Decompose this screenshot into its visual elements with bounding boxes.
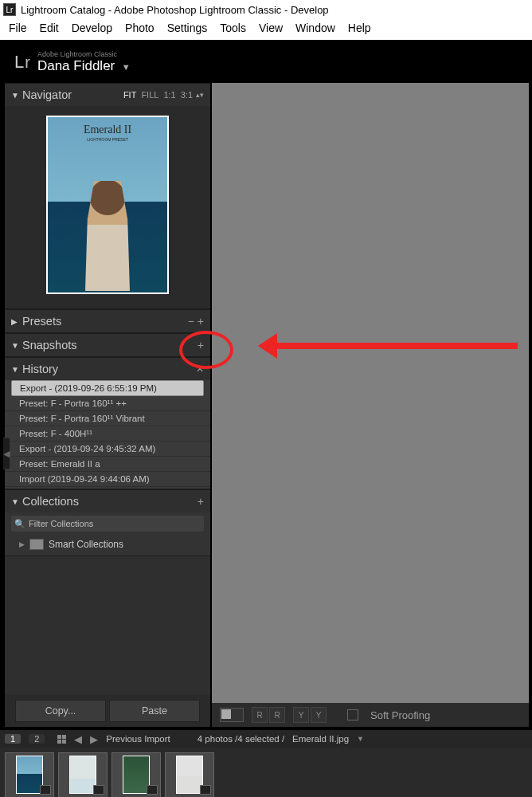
zoom-3-1[interactable]: 3:1 — [181, 90, 193, 100]
menu-photo[interactable]: Photo — [119, 22, 160, 34]
display-1-button[interactable]: 1 — [5, 734, 21, 744]
chevron-down-icon: ▼ — [11, 365, 21, 374]
search-icon: 🔍 — [14, 519, 25, 529]
identity-chevron-down-icon[interactable]: ▼ — [122, 62, 131, 72]
lightroom-logo-text: Lr — [14, 52, 31, 73]
zoom-fit[interactable]: FIT — [123, 90, 137, 100]
preview-subtitle-overlay: LIGHTROOM PRESET — [48, 137, 167, 142]
history-title: History — [22, 363, 58, 375]
zoom-stepper-icon[interactable]: ▴▾ — [196, 91, 204, 99]
presets-remove-button[interactable]: − — [188, 315, 194, 328]
filmstrip-thumb[interactable] — [5, 752, 54, 798]
history-item[interactable]: Preset: F - 400H¹¹ — [5, 426, 210, 442]
preview-title-overlay: Emerald II — [48, 124, 167, 136]
edit-badge-icon — [93, 785, 104, 795]
display-2-button[interactable]: 2 — [29, 734, 45, 744]
presets-title: Presets — [22, 315, 61, 328]
smart-collections-label: Smart Collections — [49, 539, 123, 550]
before-after-bt-button[interactable]: Y — [311, 707, 327, 723]
filmstrip-info-bar: 1 2 ◀ ▶ Previous Import 4 photos /4 sele… — [0, 730, 532, 748]
history-item[interactable]: Export - (2019-09-26 6:55:19 PM) — [11, 380, 204, 396]
chevron-right-icon: ▶ — [19, 540, 25, 548]
edit-badge-icon — [200, 785, 211, 795]
menu-tools[interactable]: Tools — [214, 22, 252, 34]
current-file-label[interactable]: Emerald II.jpg — [292, 734, 349, 744]
history-list: Export - (2019-09-26 6:55:19 PM) Preset:… — [5, 380, 210, 489]
edit-badge-icon — [147, 785, 158, 795]
before-after-tb-button[interactable]: Y — [293, 707, 309, 723]
collections-panel: ▼ Collections + 🔍 Filter Collections ▶ — [5, 489, 210, 556]
soft-proofing-checkbox[interactable] — [347, 709, 358, 720]
chevron-right-icon: ▶ — [11, 317, 21, 326]
menu-bar: File Edit Develop Photo Settings Tools V… — [0, 19, 532, 40]
app-body: Lr Adobe Lightroom Classic Dana Fiddler … — [0, 40, 532, 730]
develop-canvas[interactable]: R R Y Y Soft Proofing — [212, 83, 529, 727]
identity-plate[interactable]: Lr Adobe Lightroom Classic Dana Fiddler … — [3, 43, 529, 83]
history-clear-button[interactable]: ✕ — [196, 363, 204, 375]
collections-header[interactable]: ▼ Collections + — [5, 490, 210, 512]
snapshots-panel: ▼ Snapshots + — [5, 333, 210, 357]
menu-window[interactable]: Window — [290, 22, 341, 34]
chevron-down-icon: ▼ — [11, 91, 21, 100]
loupe-view-toggle[interactable] — [220, 708, 244, 722]
chevron-down-icon: ▼ — [11, 497, 21, 506]
source-label[interactable]: Previous Import — [106, 734, 170, 744]
filmstrip-thumb[interactable] — [58, 752, 108, 798]
menu-view[interactable]: View — [253, 22, 288, 34]
prev-photo-button[interactable]: ◀ — [74, 733, 82, 745]
navigator-preview[interactable]: Emerald II LIGHTROOM PRESET — [5, 106, 210, 308]
menu-settings[interactable]: Settings — [162, 22, 213, 34]
filmstrip — [0, 748, 532, 797]
history-item[interactable]: Import (2019-09-24 9:44:06 AM) — [5, 472, 210, 487]
navigator-title: Navigator — [22, 88, 72, 101]
paste-settings-button[interactable]: Paste — [109, 700, 200, 722]
history-item[interactable]: Preset: F - Portra 160¹¹ Vibrant — [5, 411, 210, 426]
zoom-1-1[interactable]: 1:1 — [163, 90, 175, 100]
collections-title: Collections — [22, 495, 79, 508]
smart-collections-row[interactable]: ▶ Smart Collections — [11, 536, 204, 552]
zoom-fill[interactable]: FILL — [141, 90, 158, 100]
history-item[interactable]: Export - (2019-09-24 9:45:32 AM) — [5, 442, 210, 457]
file-menu-chevron-down-icon[interactable]: ▼ — [357, 735, 364, 743]
filter-collections-placeholder: Filter Collections — [29, 519, 93, 528]
chevron-down-icon: ▼ — [11, 341, 21, 350]
filter-collections-input[interactable]: 🔍 Filter Collections — [11, 516, 204, 532]
menu-file[interactable]: File — [3, 22, 33, 34]
before-after-rl-button[interactable]: R — [269, 707, 285, 723]
photo-count-label: 4 photos /4 selected / — [198, 734, 284, 744]
collections-add-button[interactable]: + — [198, 495, 204, 508]
menu-develop[interactable]: Develop — [66, 22, 118, 34]
snapshots-title: Snapshots — [22, 339, 77, 351]
filmstrip-thumb[interactable] — [111, 752, 161, 798]
filmstrip-thumb[interactable] — [165, 752, 214, 798]
history-item[interactable]: Preset: F - Portra 160¹¹ ++ — [5, 396, 210, 411]
next-photo-button[interactable]: ▶ — [90, 733, 98, 745]
presets-header[interactable]: ▶ Presets − + — [5, 310, 210, 332]
navigator-panel: ▼ Navigator FIT FILL 1:1 3:1 ▴▾ Emerald … — [5, 83, 210, 309]
lightroom-app-icon: Lr — [3, 3, 16, 16]
copy-settings-button[interactable]: Copy... — [15, 700, 106, 722]
navigator-header[interactable]: ▼ Navigator FIT FILL 1:1 3:1 ▴▾ — [5, 84, 210, 106]
snapshots-header[interactable]: ▼ Snapshots + — [5, 334, 210, 356]
grid-view-icon[interactable] — [57, 735, 66, 744]
presets-add-button[interactable]: + — [198, 315, 204, 328]
presets-panel: ▶ Presets − + — [5, 309, 210, 333]
left-panel: ◀ ▼ Navigator FIT FILL 1:1 3:1 ▴▾ — [3, 83, 212, 727]
history-item[interactable]: Preset: Emerald II a — [5, 457, 210, 472]
history-panel: ▼ History ✕ Export - (2019-09-26 6:55:19… — [5, 357, 210, 489]
folder-icon — [29, 539, 44, 550]
left-panel-collapse-handle[interactable]: ◀ — [3, 438, 10, 469]
snapshots-add-button[interactable]: + — [198, 339, 204, 351]
menu-edit[interactable]: Edit — [34, 22, 65, 34]
navigator-preview-image: Emerald II LIGHTROOM PRESET — [46, 116, 169, 294]
window-title-text: Lightroom Catalog - Adobe Photoshop Ligh… — [21, 4, 329, 16]
develop-bottom-buttons: Copy... Paste — [5, 695, 210, 727]
before-after-lr-button[interactable]: R — [252, 707, 268, 723]
window-titlebar: Lr Lightroom Catalog - Adobe Photoshop L… — [0, 0, 532, 19]
soft-proofing-label: Soft Proofing — [370, 709, 430, 721]
menu-help[interactable]: Help — [342, 22, 377, 34]
plan-label: Adobe Lightroom Classic — [37, 50, 131, 58]
identity-user: Dana Fiddler — [37, 58, 115, 73]
canvas-toolbar: R R Y Y Soft Proofing — [212, 703, 529, 727]
history-header[interactable]: ▼ History ✕ — [5, 358, 210, 380]
